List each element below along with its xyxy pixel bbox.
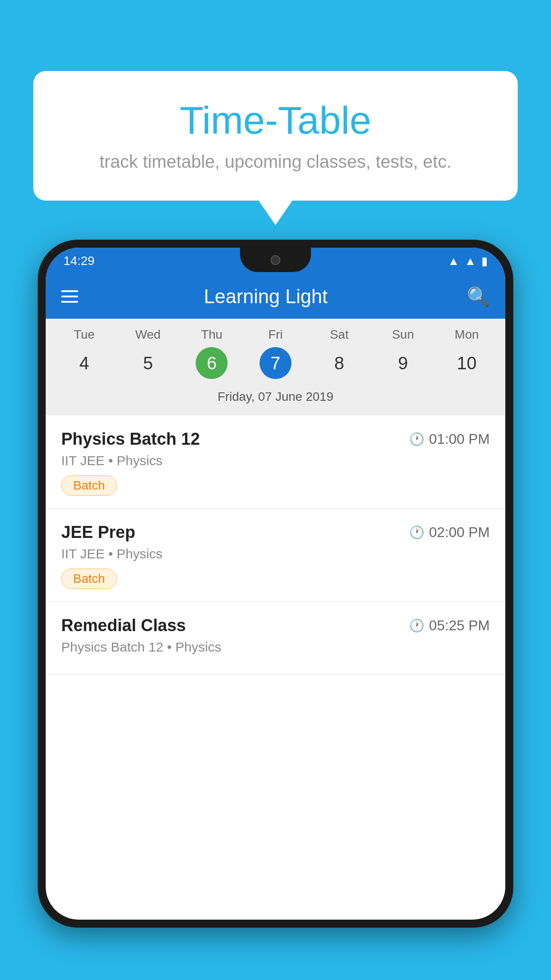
schedule-item-title: Physics Batch 12: [61, 430, 200, 449]
schedule-item-header: Physics Batch 12🕐 01:00 PM: [61, 430, 490, 449]
calendar-day[interactable]: Thu6: [183, 328, 240, 379]
day-number: 7: [260, 347, 291, 379]
wifi-icon: ▲: [448, 254, 460, 268]
phone-inner: 14:29 ▲ ▲ ▮: [46, 248, 505, 920]
camera-dot: [271, 255, 280, 265]
app-title: Learning Light: [78, 285, 453, 308]
phone-screen: 14:29 ▲ ▲ ▮: [46, 248, 505, 920]
clock-icon: 🕐: [409, 618, 425, 633]
search-icon[interactable]: 🔍: [467, 286, 490, 308]
day-name: Sun: [392, 328, 414, 342]
day-number: 5: [132, 347, 164, 379]
speech-bubble-container: Time-Table track timetable, upcoming cla…: [33, 71, 518, 225]
clock-icon: 🕐: [409, 525, 425, 540]
speech-bubble-subtitle: track timetable, upcoming classes, tests…: [69, 152, 482, 172]
schedule-item-time: 🕐 05:25 PM: [409, 617, 490, 634]
schedule-list: Physics Batch 12🕐 01:00 PMIIT JEE • Phys…: [46, 415, 505, 920]
day-number: 10: [451, 347, 483, 379]
notch: [240, 248, 311, 272]
calendar-day[interactable]: Mon10: [438, 328, 496, 379]
batch-badge: Batch: [61, 569, 117, 589]
calendar-day[interactable]: Tue4: [55, 328, 113, 379]
speech-bubble: Time-Table track timetable, upcoming cla…: [33, 71, 518, 201]
schedule-item-sub: IIT JEE • Physics: [61, 546, 490, 561]
day-number: 9: [387, 347, 419, 379]
day-number: 6: [196, 347, 228, 379]
schedule-item-title: JEE Prep: [61, 523, 135, 542]
calendar-day[interactable]: Sat8: [311, 328, 368, 379]
day-number: 4: [68, 347, 100, 379]
signal-icon: ▲: [464, 254, 476, 268]
calendar-day[interactable]: Sun9: [374, 328, 432, 379]
hamburger-menu-icon[interactable]: [61, 290, 78, 303]
phone-container: 14:29 ▲ ▲ ▮: [38, 240, 513, 980]
status-bar: 14:29 ▲ ▲ ▮: [46, 248, 505, 274]
batch-badge: Batch: [61, 475, 117, 496]
schedule-item-sub: IIT JEE • Physics: [61, 453, 490, 468]
schedule-item-sub: Physics Batch 12 • Physics: [61, 640, 490, 655]
schedule-item-title: Remedial Class: [61, 616, 186, 635]
schedule-item-time: 🕐 01:00 PM: [409, 431, 490, 447]
speech-bubble-arrow: [259, 201, 292, 225]
schedule-item[interactable]: Remedial Class🕐 05:25 PMPhysics Batch 12…: [46, 602, 505, 675]
calendar-day[interactable]: Fri7: [247, 328, 304, 379]
selected-date-label: Friday, 07 June 2019: [46, 383, 505, 411]
day-name: Thu: [201, 328, 222, 342]
schedule-item-time: 🕐 02:00 PM: [409, 524, 490, 541]
days-row: Tue4Wed5Thu6Fri7Sat8Sun9Mon10: [46, 328, 505, 379]
day-name: Wed: [135, 328, 161, 342]
calendar-day[interactable]: Wed5: [119, 328, 177, 379]
schedule-item[interactable]: JEE Prep🕐 02:00 PMIIT JEE • PhysicsBatch: [46, 509, 505, 602]
calendar-strip: Tue4Wed5Thu6Fri7Sat8Sun9Mon10 Friday, 07…: [46, 319, 505, 415]
phone-frame: 14:29 ▲ ▲ ▮: [38, 240, 513, 928]
status-icons: ▲ ▲ ▮: [448, 254, 488, 268]
schedule-item[interactable]: Physics Batch 12🕐 01:00 PMIIT JEE • Phys…: [46, 415, 505, 509]
day-name: Mon: [455, 328, 479, 342]
schedule-item-header: JEE Prep🕐 02:00 PM: [61, 523, 490, 542]
speech-bubble-title: Time-Table: [69, 98, 482, 143]
day-name: Fri: [268, 328, 283, 342]
battery-icon: ▮: [481, 254, 488, 268]
clock-icon: 🕐: [409, 432, 425, 447]
day-name: Sat: [330, 328, 349, 342]
day-number: 8: [323, 347, 355, 379]
app-bar: Learning Light 🔍: [46, 274, 505, 319]
day-name: Tue: [74, 328, 94, 342]
schedule-item-header: Remedial Class🕐 05:25 PM: [61, 616, 490, 635]
status-time: 14:29: [63, 254, 94, 268]
